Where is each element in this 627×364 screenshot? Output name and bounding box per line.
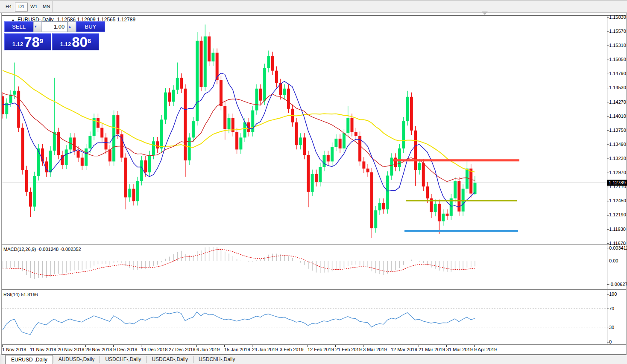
scroll-to-end-marker[interactable]: [482, 12, 488, 15]
candlestick-chart-area[interactable]: [0, 0, 627, 355]
date-axis-label: 15 Jan 2019: [224, 347, 250, 352]
rsi-axis-label: 0: [609, 339, 612, 344]
buy-button[interactable]: BUY: [76, 21, 105, 32]
sell-price-panel[interactable]: 1.12 78 9: [4, 33, 51, 50]
price-axis-label: 1.15830: [609, 15, 626, 20]
price-axis-label: 1.11930: [609, 227, 626, 232]
date-axis-label: 27 Dec 2018: [169, 347, 195, 352]
sell-price-big: 78: [24, 36, 40, 49]
buy-price-pip: 6: [88, 34, 91, 48]
macd-label: MACD(12,26,9) -0.001248 -0.002352: [3, 247, 81, 252]
window-left-edge: [1, 13, 2, 355]
chart-tab-usdcnh[interactable]: USDCNH-,Daily: [193, 355, 240, 364]
buy-price-panel[interactable]: 1.12 80 6: [52, 33, 99, 50]
sell-price-pip: 9: [40, 34, 43, 48]
price-axis-label: 1.13750: [609, 128, 626, 133]
date-axis-label: 31 Mar 2019: [446, 347, 473, 352]
sell-button[interactable]: SELL: [4, 21, 33, 32]
rsi-axis-label: 70: [609, 306, 614, 311]
date-axis-label: 3 Feb 2019: [280, 347, 304, 352]
macd-axis-label: -0.006271: [609, 282, 627, 287]
price-axis-label: 1.12190: [609, 212, 626, 217]
chart-tab-usdcad[interactable]: USDCAD-,Daily: [146, 355, 193, 364]
price-axis-label: 1.15310: [609, 43, 626, 48]
price-axis-label: 1.12450: [609, 198, 626, 203]
buy-price-prefix: 1.12: [60, 40, 71, 49]
date-axis-label: 12 Feb 2019: [308, 347, 334, 352]
chart-tabs-bar: EURUSD-,DailyAUDUSD-,DailyUSDCHF-,DailyU…: [0, 355, 627, 364]
price-axis-label: 1.14010: [609, 114, 626, 119]
rsi-label: RSI(14) 51.8166: [3, 292, 38, 297]
date-axis-label: 12 Mar 2019: [391, 347, 417, 352]
rsi-axis-label: 100: [609, 291, 617, 297]
one-click-trading-panel: SELL ▼ 1.00 ▲ BUY 1.12 78 9 1.12 80 6: [4, 21, 105, 50]
date-axis-label: 29 Nov 2018: [85, 347, 112, 352]
buy-price-big: 80: [72, 36, 88, 49]
date-axis-label: 11 Nov 2018: [30, 347, 56, 352]
price-axis-label: 1.14790: [609, 71, 626, 76]
macd-axis-label: 0.003412: [609, 245, 627, 250]
date-axis-label: 6 Jan 2019: [196, 347, 220, 352]
price-axis-label: 1.14270: [609, 99, 626, 105]
price-axis-label: 1.12970: [609, 170, 626, 175]
date-axis-label: 18 Dec 2018: [141, 347, 167, 352]
date-axis-label: 24 Jan 2019: [252, 347, 278, 352]
price-axis-label: 1.13230: [609, 156, 626, 161]
macd-values: -0.001248 -0.002352: [37, 247, 81, 252]
date-axis-label: 9 Apr 2019: [474, 347, 497, 352]
current-price-tag: 1.12789: [607, 180, 627, 186]
price-axis-label: 1.14530: [609, 85, 626, 90]
chart-tab-usdchf[interactable]: USDCHF-,Daily: [100, 355, 146, 364]
date-axis-label: 20 Nov 2018: [58, 347, 84, 352]
tabs-scroll-grip[interactable]: [0, 355, 6, 364]
rsi-axis-label: 30: [609, 325, 614, 330]
date-axis-label: 9 Dec 2018: [113, 347, 137, 352]
volume-increase-button[interactable]: ▲: [67, 21, 76, 32]
date-axis-label: 21 Mar 2019: [419, 347, 445, 352]
date-axis-label: 21 Feb 2019: [335, 347, 362, 352]
price-axis-label: 1.15050: [609, 57, 626, 62]
macd-axis-label: 0.00: [609, 258, 618, 263]
chart-tab-eurusd[interactable]: EURUSD-,Daily: [6, 355, 53, 364]
sell-price-prefix: 1.12: [12, 40, 23, 49]
price-axis-label: 1.13490: [609, 142, 626, 147]
date-axis-label: 1 Nov 2018: [2, 347, 26, 352]
volume-decrease-button[interactable]: ▼: [33, 21, 42, 32]
chart-tab-audusd[interactable]: AUDUSD-,Daily: [53, 355, 100, 364]
volume-input[interactable]: 1.00: [42, 21, 68, 32]
rsi-value: 51.8166: [21, 292, 38, 297]
date-axis-label: 3 Mar 2019: [363, 347, 387, 352]
price-axis-label: 1.15570: [609, 29, 626, 34]
